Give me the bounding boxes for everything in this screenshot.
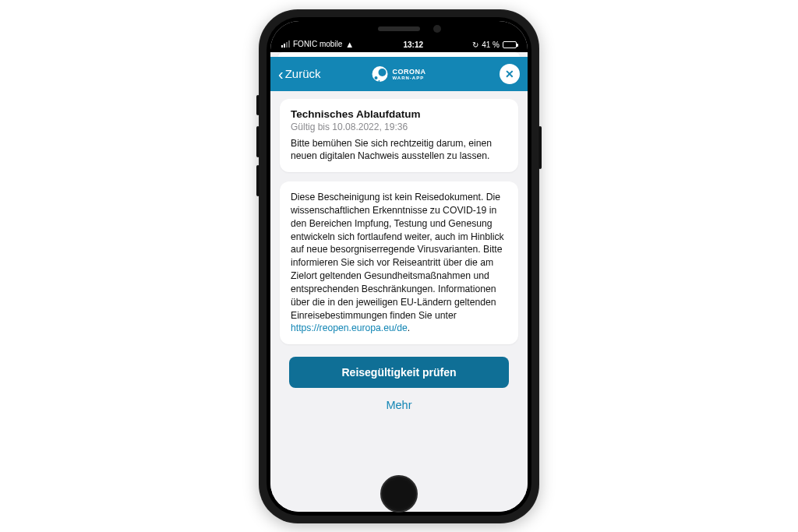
mute-switch (256, 95, 260, 115)
actions: Reisegültigkeit prüfen Mehr (280, 354, 518, 422)
expiry-subtitle: Gültig bis 10.08.2022, 19:36 (291, 122, 507, 132)
back-label: Zurück (285, 67, 321, 80)
stage: FONIC mobile ▲ 13:12 ↻ 41 % ‹ Zurück (0, 0, 798, 532)
more-button[interactable]: Mehr (289, 388, 509, 422)
front-camera (433, 25, 441, 33)
battery-icon (503, 41, 517, 48)
corona-warn-app-logo-icon (373, 66, 388, 82)
reopen-eu-link[interactable]: https://reopen.europa.eu/de (291, 322, 408, 333)
check-travel-validity-button[interactable]: Reisegültigkeit prüfen (289, 357, 509, 388)
volume-down-button (256, 165, 260, 196)
expiry-card: Technisches Ablaufdatum Gültig bis 10.08… (280, 99, 518, 173)
power-button (538, 126, 542, 169)
close-icon: ✕ (505, 68, 514, 80)
battery-percent: 41 % (482, 41, 500, 49)
close-button[interactable]: ✕ (500, 64, 520, 84)
screen: FONIC mobile ▲ 13:12 ↻ 41 % ‹ Zurück (270, 21, 528, 512)
signal-icon (281, 41, 290, 48)
earpiece (378, 26, 420, 31)
app-brand: CORONA WARN-APP (373, 66, 426, 82)
brand-line1: CORONA (393, 68, 426, 76)
brand-line2: WARN-APP (393, 76, 426, 80)
carrier-label: FONIC mobile (293, 40, 342, 48)
volume-up-button (256, 126, 260, 157)
expiry-body: Bitte bemühen Sie sich rechtzeitig darum… (291, 137, 507, 164)
wifi-icon: ▲ (345, 40, 354, 49)
orientation-lock-icon: ↻ (472, 41, 478, 49)
app-header: ‹ Zurück CORONA WARN-APP ✕ (270, 57, 528, 91)
travel-info-suffix: . (408, 322, 410, 333)
home-button[interactable] (380, 475, 418, 513)
clock: 13:12 (403, 41, 423, 49)
phone-frame: FONIC mobile ▲ 13:12 ↻ 41 % ‹ Zurück (259, 9, 539, 523)
content-area: Technisches Ablaufdatum Gültig bis 10.08… (270, 91, 528, 512)
chevron-left-icon: ‹ (278, 66, 284, 82)
status-bar: FONIC mobile ▲ 13:12 ↻ 41 % (270, 21, 528, 52)
travel-info-card: Diese Bescheinigung ist kein Reisedokume… (280, 181, 518, 344)
expiry-title: Technisches Ablaufdatum (291, 108, 507, 120)
back-button[interactable]: ‹ Zurück (278, 66, 321, 82)
travel-info-text: Diese Bescheinigung ist kein Reisedokume… (291, 192, 504, 320)
travel-info-body: Diese Bescheinigung ist kein Reisedokume… (291, 191, 507, 335)
